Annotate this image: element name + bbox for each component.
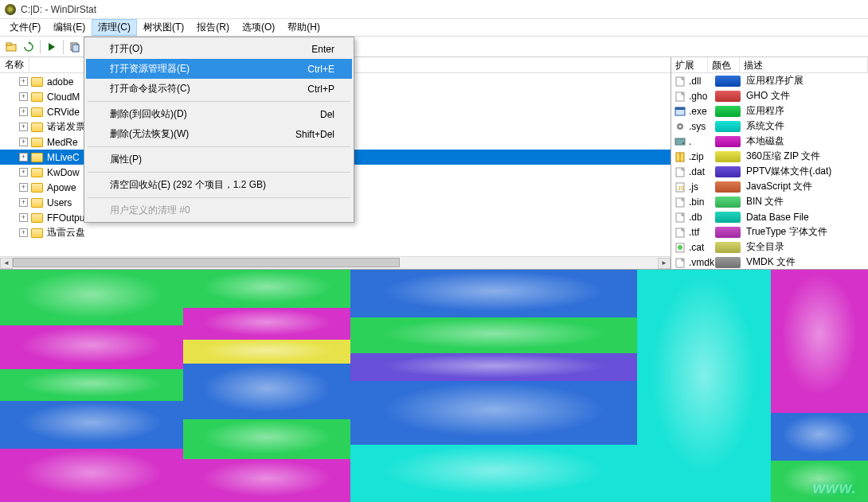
cleanup-menu-dropdown: 打开(O)Enter打开资源管理器(E)Ctrl+E打开命令提示符(C)Ctrl… [84, 37, 354, 223]
treemap-block[interactable] [0, 325, 183, 369]
scroll-right-button[interactable]: ► [658, 258, 671, 269]
color-swatch [715, 181, 741, 193]
scroll-left-button[interactable]: ◄ [0, 258, 13, 269]
extension-row[interactable]: .binBIN 文件 [671, 194, 868, 209]
treemap-block[interactable] [0, 449, 183, 502]
treemap-block[interactable] [0, 401, 183, 449]
expand-icon[interactable]: + [19, 123, 28, 131]
extension-row[interactable]: JS.jsJavaScript 文件 [671, 179, 868, 194]
horizontal-scrollbar[interactable]: ◄ ► [0, 256, 671, 269]
scroll-thumb[interactable] [13, 258, 400, 267]
copy-button[interactable] [67, 39, 83, 55]
folder-icon [31, 107, 43, 117]
extension-name: .dat [689, 166, 715, 177]
treemap-block[interactable] [771, 270, 868, 413]
expand-icon[interactable]: + [19, 198, 28, 207]
folder-name: CloudM [47, 91, 80, 103]
treemap-block[interactable] [183, 419, 350, 459]
treemap-block[interactable] [0, 369, 183, 401]
menu-编辑[interactable]: 编辑(E) [47, 19, 92, 36]
extension-row[interactable]: .datPPTV媒体文件(.dat) [671, 164, 868, 179]
scroll-track[interactable] [13, 258, 658, 269]
menu-item[interactable]: 打开资源管理器(E)Ctrl+E [86, 59, 352, 79]
title-bar: C:|D: - WinDirStat [0, 0, 868, 19]
extension-name: .db [689, 212, 715, 223]
extension-row[interactable]: .dll应用程序扩展 [671, 73, 868, 88]
color-swatch [715, 91, 741, 102]
filetype-icon [674, 226, 686, 239]
play-button[interactable] [44, 39, 60, 55]
treemap-block[interactable] [183, 364, 350, 419]
menu-item[interactable]: 清空回收站(E) (292 个项目，1.2 GB) [86, 175, 352, 195]
extension-row[interactable]: .本地磁盘 [671, 134, 868, 149]
menu-item[interactable]: 属性(P) [86, 150, 352, 169]
treemap-block[interactable] [183, 340, 350, 364]
treemap-block[interactable] [183, 270, 350, 308]
expand-icon[interactable]: + [19, 107, 28, 116]
menu-item[interactable]: 打开(O)Enter [86, 39, 352, 59]
filetype-icon [674, 75, 686, 88]
tree-row[interactable]: +迅雷云盘 [0, 225, 671, 240]
extension-row[interactable]: .ghoGHO 文件 [671, 88, 868, 103]
expand-icon[interactable]: + [19, 183, 28, 192]
menu-item[interactable]: 删除(无法恢复)(W)Shift+Del [86, 124, 352, 144]
treemap-block[interactable] [183, 308, 350, 340]
treemap-block[interactable] [183, 459, 350, 502]
menu-帮助[interactable]: 帮助(H) [281, 19, 326, 36]
expand-icon[interactable]: + [19, 92, 28, 101]
extension-row[interactable]: .sys系统文件 [671, 119, 868, 134]
menu-文件[interactable]: 文件(F) [3, 19, 47, 36]
extension-row[interactable]: .ttfTrueType 字体文件 [671, 224, 868, 239]
extension-description: 应用程序扩展 [746, 74, 868, 88]
folder-name: FFOutput [47, 212, 88, 224]
menu-报告[interactable]: 报告(R) [190, 19, 236, 36]
menu-item-label: 属性(P) [110, 153, 142, 166]
extension-description: BIN 文件 [746, 195, 868, 208]
treemap-block[interactable] [350, 381, 637, 445]
menu-树状图[interactable]: 树状图(T) [137, 19, 190, 36]
extension-row[interactable]: .exe应用程序 [671, 103, 868, 119]
treemap-block[interactable] [637, 270, 771, 502]
extension-description: 安全目录 [746, 240, 868, 254]
folder-name: Users [47, 197, 72, 208]
extension-header[interactable]: 扩展 颜色 描述 [671, 57, 868, 73]
menu-选项[interactable]: 选项(O) [236, 19, 281, 36]
treemap-block[interactable] [350, 317, 637, 353]
treemap-block[interactable] [350, 270, 637, 317]
extension-description: 360压缩 ZIP 文件 [746, 150, 868, 163]
window-title: C:|D: - WinDirStat [21, 4, 96, 15]
menu-separator [88, 172, 350, 173]
ext-col-extension[interactable]: 扩展 [671, 57, 708, 72]
open-button[interactable] [3, 39, 19, 55]
extension-list[interactable]: .dll应用程序扩展.ghoGHO 文件.exe应用程序.sys系统文件.本地磁… [671, 73, 868, 269]
treemap-block[interactable] [350, 445, 637, 502]
expand-icon[interactable]: + [19, 138, 28, 146]
expand-icon[interactable]: + [19, 228, 28, 237]
ext-col-description[interactable]: 描述 [740, 57, 868, 72]
ext-col-color[interactable]: 颜色 [708, 57, 740, 72]
treemap-block[interactable] [771, 413, 868, 461]
extension-row[interactable]: .dbData Base File [671, 209, 868, 224]
folder-name: Apowe [47, 182, 76, 193]
menu-item[interactable]: 打开命令提示符(C)Ctrl+P [86, 79, 352, 99]
extension-row[interactable]: .cat安全目录 [671, 239, 868, 255]
filetype-icon [674, 241, 686, 254]
treemap[interactable]: www. [0, 270, 868, 502]
expand-icon[interactable]: + [19, 153, 28, 161]
expand-icon[interactable]: + [19, 77, 28, 86]
column-name[interactable]: 名称 [0, 57, 29, 73]
refresh-button[interactable] [21, 39, 37, 55]
extension-row[interactable]: .vmdkVMDK 文件 [671, 255, 868, 269]
expand-icon[interactable]: + [19, 213, 28, 222]
extension-description: 系统文件 [746, 119, 868, 133]
svg-point-21 [678, 245, 682, 250]
treemap-block[interactable] [350, 353, 637, 381]
filetype-icon [674, 211, 686, 224]
extension-row[interactable]: .zip360压缩 ZIP 文件 [671, 149, 868, 164]
extension-description: GHO 文件 [746, 89, 868, 103]
folder-icon [31, 92, 43, 102]
menu-item[interactable]: 删除(到回收站)(D)Del [86, 104, 352, 124]
treemap-block[interactable] [0, 270, 183, 325]
expand-icon[interactable]: + [19, 168, 28, 177]
menu-清理[interactable]: 清理(C) [92, 19, 137, 36]
